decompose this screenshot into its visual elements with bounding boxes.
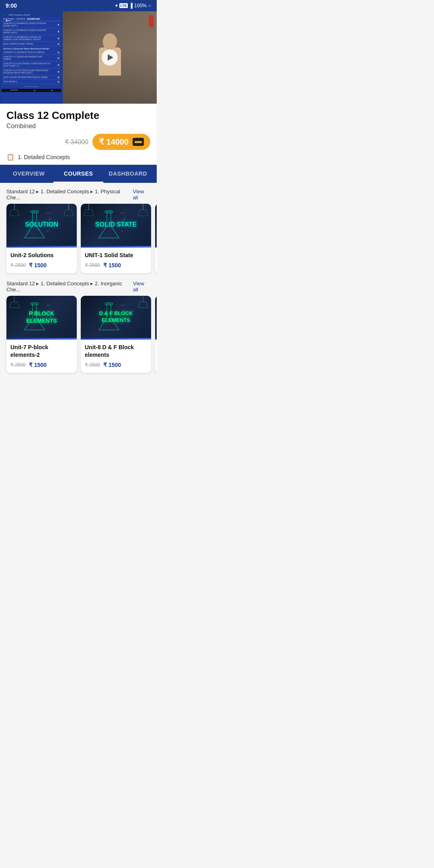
phone-list-item: TEST PAPER-1▣ [2,80,61,84]
card-electrochemistry[interactable]: U... ₹2500 [155,204,157,273]
play-button[interactable] [102,49,118,66]
cards-scroll-inorganic-chem: H₂O HCl Fe(OH)₂ Al P BLOCK ELEMENTS Unit… [0,296,157,374]
status-time: 9:00 [6,2,17,9]
phone-list-item: CONCEPT-3-2 QUANTUM NUMBERS AND ORBITAL▣ [2,55,61,61]
concepts-text: 1. Detailed Concepts [18,154,70,160]
tab-dashboard[interactable]: DASHBOARD [103,165,153,183]
card-thumbnail-solid-state: H₂O HCl Fe(OH)₂ Al SOLID STATE [81,204,151,246]
book-icon: 📋 [6,153,14,161]
course-title: Class 12 Complete [6,109,150,122]
view-all-physical-chem[interactable]: View all [133,188,150,201]
card-thumbnail-electro [155,204,157,246]
card-orig-price-solid-state: ₹ 2500 [85,262,100,268]
card-partial-inorganic[interactable] [155,296,157,373]
phone-list-item: CONCEPT-3-4 TEXT BOOK QUESTIONS BASED ON… [2,68,61,75]
card-solutions[interactable]: H₂O HCl Fe(OH)₂ Al SOLUTION Unit-2 Solut… [6,204,77,273]
price-badge[interactable]: ₹ 14000 [92,134,150,150]
chalkboard-bg-3 [155,204,157,246]
card-body-solutions: Unit-2 Solutions ₹ 2500 ₹ 1500 [6,248,77,273]
main-content: Standard 12 ▸ 1. Detailed Concepts ▸ 1. … [0,183,157,383]
svg-text:Al: Al [121,230,123,232]
card-label-d-f-block: D & F BLOCK ELEMENTS [99,310,133,324]
original-price: ₹ 34000 [65,138,88,146]
svg-text:H₂O: H₂O [121,304,125,306]
svg-text:H₂O: H₂O [47,212,50,214]
finish-course-button[interactable]: Finish Course [2,84,61,89]
signal-lte: LTE [119,3,127,8]
card-name-d-f-block: Unit-8 D & F Block elements [85,344,147,358]
card-thumbnail-partial [155,296,157,338]
card-sale-price-d-f-block: ₹ 1500 [103,362,121,368]
card-prices-solid-state: ₹ 2500 ₹ 1500 [85,262,147,268]
card-body-electro: U... ₹2500 [155,248,157,270]
card-prices-solutions: ₹ 2500 ₹ 1500 [10,262,73,268]
concepts-row: 📋 1. Detailed Concepts [6,153,150,161]
phone-section-header: Section-3 Quantum Wave Mechanical Model [2,46,61,50]
signal-bars-icon: ▐ [129,3,133,8]
card-sale-price-solutions: ₹ 1500 [29,262,47,268]
phone-recent-gesture [51,90,53,91]
battery-label: 100% [134,3,147,8]
status-bar: 9:00 ▾ LTE ▐ 100% ○ [0,0,157,11]
card-body-d-f-block: Unit-8 D & F Block elements ₹ 2500 ₹ 150… [81,340,151,373]
phone-list-item: CONCEPT-3-1 INTRODUCTION TO ORBITAL▣ [2,50,61,55]
status-icons: ▾ LTE ▐ 100% ○ [115,3,151,8]
breadcrumb-inorganic-chem: Standard 12 ▸ 1. Detailed Concepts ▸ 2. … [6,280,133,293]
phone-home-gesture [34,90,35,91]
card-thumbnail-solutions: H₂O HCl Fe(OH)₂ Al SOLUTION [6,204,77,246]
card-label-p-block: P BLOCK ELEMENTS [26,310,57,324]
card-p-block[interactable]: H₂O HCl Fe(OH)₂ Al P BLOCK ELEMENTS Unit… [6,296,77,373]
section-inorganic-chem-header: Standard 12 ▸ 1. Detailed Concepts ▸ 2. … [0,275,157,296]
card-sale-price-p-block: ₹ 1500 [29,362,47,368]
card-orig-price-p-block: ₹ 2500 [10,362,26,368]
section-physical-chem-header: Standard 12 ▸ 1. Detailed Concepts ▸ 1. … [0,183,157,204]
card-sale-price-solid-state: ₹ 1500 [103,262,121,268]
card-prices-p-block: ₹ 2500 ₹ 1500 [10,362,73,368]
card-strip [135,141,142,143]
card-solid-state[interactable]: H₂O HCl Fe(OH)₂ Al SOLID STATE UNIT-1 So… [81,204,151,273]
card-name-solid-state: UNIT-1 Solid State [85,252,147,259]
card-orig-price-solutions: ₹ 2500 [10,262,26,268]
phone-list-item: CONCEPT-3-3 ELECTRONIC CONFIGURATION OF … [2,61,61,68]
card-body-p-block: Unit-7 P-block elements-2 ₹ 2500 ₹ 1500 [6,340,77,373]
svg-text:HCl: HCl [123,218,127,220]
breadcrumb-physical-chem: Standard 12 ▸ 1. Detailed Concepts ▸ 1. … [6,188,133,201]
svg-text:H₂O: H₂O [47,304,50,306]
card-label-solutions: SOLUTION [25,221,58,229]
phone-list-item: CONCEPT-2-5 NUMERICALS BASED ON DEBROGLI… [2,35,61,42]
cards-scroll-physical-chem: H₂O HCl Fe(OH)₂ Al SOLUTION Unit-2 Solut… [0,204,157,275]
fire-extinguisher [149,15,154,27]
phone-back-gesture [10,90,18,90]
tab-courses[interactable]: COURSES [53,165,103,183]
phone-bottom-bar [2,89,61,92]
svg-text:H₂O: H₂O [121,212,125,214]
card-name-p-block: Unit-7 P-block elements-2 [10,344,73,358]
header-section: ← ← Unit-2 Structure of Atom OVERVIEW CO… [0,11,157,104]
video-area[interactable] [63,11,157,104]
back-button[interactable]: ← [4,15,13,26]
card-body-partial [155,340,157,348]
person-head [103,33,117,49]
phone-list-item: QUIZ 2 BOHR'S ATOMIC MODEL▣ [2,42,61,46]
nav-tabs: OVERVIEW COURSES DASHBOARD [0,165,157,183]
phone-section-list: CONCEPT-3-1 INTRODUCTION TO ORBITAL▣ CON… [2,50,61,84]
sale-price-label: ₹ 14000 [99,137,129,147]
svg-text:HCl: HCl [49,218,52,220]
card-thumbnail-d-f-block: H₂O HCl Fe(OH)₂ Al D & F BLOCK ELEMENTS [81,296,151,338]
card-prices-d-f-block: ₹ 2500 ₹ 1500 [85,362,147,368]
course-subtitle: Combined [6,123,150,130]
phone-list-item: QUIZ-3 QUANTUM WAVE MECHANICAL MODEL▣ [2,75,61,80]
wifi-icon: ▾ [115,3,118,8]
view-all-inorganic-chem[interactable]: View all [133,280,150,293]
card-body-solid-state: UNIT-1 Solid State ₹ 2500 ₹ 1500 [81,248,151,273]
chalkboard-bg-partial [155,296,157,338]
card-d-f-block[interactable]: H₂O HCl Fe(OH)₂ Al D & F BLOCK ELEMENTS … [81,296,151,373]
card-thumbnail-p-block: H₂O HCl Fe(OH)₂ Al P BLOCK ELEMENTS [6,296,77,338]
payment-card-icon [133,138,144,146]
course-info: Class 12 Complete Combined ₹ 34000 ₹ 140… [0,104,157,165]
phone-list-item: CONCEPT-2-4 NUMERICAL BASED ON BOHR MODE… [2,28,61,35]
price-row: ₹ 34000 ₹ 14000 [6,134,150,150]
card-orig-price-d-f-block: ₹ 2500 [85,362,100,368]
svg-text:Al: Al [47,230,49,232]
tab-overview[interactable]: OVERVIEW [4,165,53,183]
